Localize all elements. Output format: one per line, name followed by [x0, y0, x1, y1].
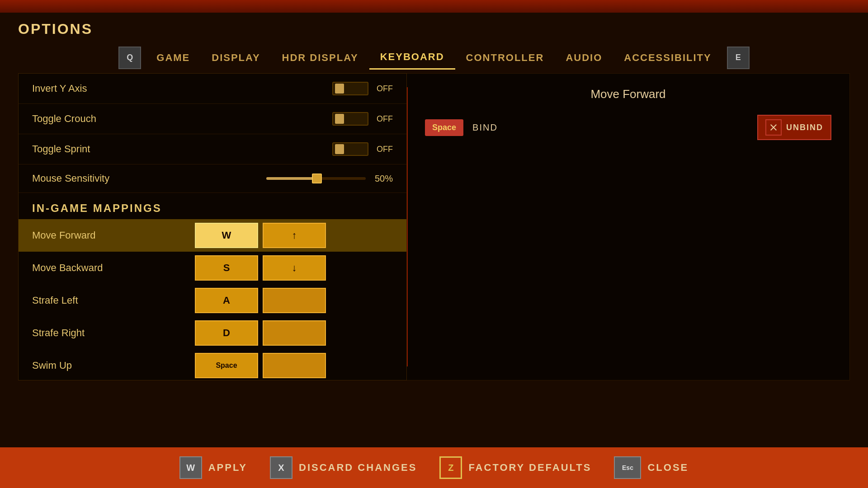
key-btn-move-forward-1[interactable]: W — [195, 223, 258, 248]
slider-thumb[interactable] — [312, 174, 322, 183]
vertical-divider — [407, 87, 408, 366]
invert-y-axis-value: OFF — [377, 84, 393, 94]
unbind-button[interactable]: UNBIND — [757, 115, 831, 140]
mapping-name-swim-up: Swim Up — [32, 360, 190, 371]
tab-hdr-display[interactable]: HDR DISPLAY — [271, 47, 369, 69]
tab-controller[interactable]: CONTROLLER — [455, 47, 555, 69]
unbind-text: UNBIND — [786, 123, 823, 132]
slider-fill — [266, 177, 316, 180]
tab-accessibility[interactable]: ACCESSIBILITY — [613, 47, 722, 69]
unbind-icon — [765, 119, 782, 136]
bind-row: Space BIND UNBIND — [425, 115, 831, 140]
toggle-sprint-toggle-container: OFF — [332, 142, 393, 156]
toggle-knob — [335, 84, 344, 94]
mouse-sensitivity-value: 50% — [375, 174, 393, 184]
toggle-crouch-row: Toggle Crouch OFF — [19, 104, 406, 134]
tab-nav-right[interactable]: E — [727, 47, 750, 69]
mapping-row-move-backward[interactable]: Move Backward S ↓ — [19, 252, 406, 284]
tab-keyboard[interactable]: KEYBOARD — [369, 46, 455, 70]
toggle-sprint-value: OFF — [377, 145, 393, 154]
space-key-label: Space — [425, 119, 463, 136]
mapping-row-swim-up[interactable]: Swim Up Space — [19, 349, 406, 380]
mouse-sensitivity-track[interactable] — [266, 177, 366, 180]
mapping-name-strafe-right: Strafe Right — [32, 327, 190, 339]
bottom-bar: W APPLY X DISCARD CHANGES Z FACTORY DEFA… — [0, 447, 868, 488]
mouse-sensitivity-slider-container: 50% — [266, 174, 393, 184]
defaults-key: Z — [439, 456, 462, 479]
mapping-row-strafe-left[interactable]: Strafe Left A — [19, 284, 406, 317]
apply-key: W — [179, 456, 202, 479]
toggle-sprint-label: Toggle Sprint — [32, 143, 332, 155]
right-panel: Move Forward Space BIND UNBIND — [407, 73, 850, 380]
toggle-crouch-toggle-container: OFF — [332, 112, 393, 126]
discard-label: DISCARD CHANGES — [299, 462, 417, 474]
discard-key: X — [270, 456, 292, 479]
key-btn-move-forward-2[interactable]: ↑ — [263, 223, 326, 248]
top-bar — [0, 0, 868, 13]
page-title: OPTIONS — [0, 13, 868, 42]
toggle-sprint-row: Toggle Sprint OFF — [19, 134, 406, 164]
close-key: Esc — [614, 456, 641, 479]
tab-audio[interactable]: AUDIO — [555, 47, 613, 69]
right-panel-title: Move Forward — [425, 87, 831, 101]
mapping-row-move-forward[interactable]: Move Forward W ↑ — [19, 219, 406, 252]
toggle-crouch-toggle[interactable] — [332, 112, 368, 126]
key-btn-move-backward-2[interactable]: ↓ — [263, 255, 326, 281]
invert-y-axis-row: Invert Y Axis OFF — [19, 74, 406, 104]
toggle-crouch-label: Toggle Crouch — [32, 113, 332, 125]
key-btn-strafe-left-2[interactable] — [263, 288, 326, 313]
close-button[interactable]: Esc CLOSE — [614, 456, 689, 479]
defaults-label: FACTORY DEFAULTS — [468, 462, 591, 474]
key-btn-strafe-left-1[interactable]: A — [195, 288, 258, 313]
invert-y-axis-label: Invert Y Axis — [32, 83, 332, 94]
apply-label: APPLY — [208, 462, 247, 474]
mouse-sensitivity-row: Mouse Sensitivity 50% — [19, 164, 406, 193]
invert-y-axis-toggle[interactable] — [332, 82, 368, 95]
key-btn-strafe-right-1[interactable]: D — [195, 320, 258, 346]
defaults-button[interactable]: Z FACTORY DEFAULTS — [439, 456, 591, 479]
discard-button[interactable]: X DISCARD CHANGES — [270, 456, 417, 479]
key-btn-strafe-right-2[interactable] — [263, 320, 326, 346]
toggle-crouch-value: OFF — [377, 114, 393, 124]
key-btn-move-backward-1[interactable]: S — [195, 255, 258, 281]
toggle-sprint-toggle[interactable] — [332, 142, 368, 156]
key-btn-swim-up-2[interactable] — [263, 353, 326, 378]
mouse-sensitivity-label: Mouse Sensitivity — [32, 173, 266, 184]
tab-display[interactable]: DISPLAY — [201, 47, 271, 69]
main-content: Invert Y Axis OFF Toggle Crouch OFF Togg… — [18, 73, 850, 380]
bind-text: BIND — [472, 122, 498, 133]
mappings-header: IN-GAME MAPPINGS — [19, 193, 406, 219]
invert-y-axis-toggle-container: OFF — [332, 82, 393, 95]
mapping-row-strafe-right[interactable]: Strafe Right D — [19, 317, 406, 349]
close-label: CLOSE — [647, 462, 689, 474]
toggle-knob-sprint — [335, 144, 344, 154]
tab-bar: Q GAME DISPLAY HDR DISPLAY KEYBOARD CONT… — [0, 42, 868, 73]
toggle-knob-crouch — [335, 114, 344, 124]
tab-game[interactable]: GAME — [146, 47, 201, 69]
mapping-name-move-backward: Move Backward — [32, 262, 190, 274]
tab-nav-left[interactable]: Q — [118, 47, 141, 69]
left-panel: Invert Y Axis OFF Toggle Crouch OFF Togg… — [18, 73, 407, 380]
mapping-name-strafe-left: Strafe Left — [32, 295, 190, 306]
mapping-name-move-forward: Move Forward — [32, 230, 190, 241]
apply-button[interactable]: W APPLY — [179, 456, 247, 479]
key-btn-swim-up-1[interactable]: Space — [195, 353, 258, 378]
